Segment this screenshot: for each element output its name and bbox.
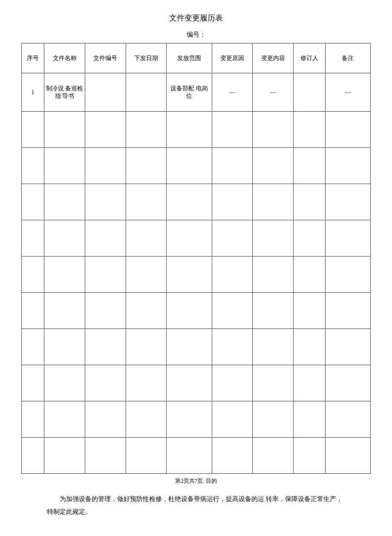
cell-seq [22,329,44,365]
cell-remark [325,401,370,438]
cell-seq [22,184,44,220]
cell-date [126,293,167,329]
cell-content [253,401,294,438]
cell-seq [22,220,44,256]
cell-date [126,438,167,474]
table-row [22,401,371,438]
cell-fileno [85,73,126,112]
cell-date [126,256,167,293]
header-fileno: 文件编号 [85,43,126,73]
cell-content [253,329,294,365]
cell-reviser [294,365,325,401]
header-reason: 变更原因 [212,43,253,73]
cell-fileno [85,256,126,293]
cell-date [126,73,167,112]
purpose-paragraph: 为加强设备的管理，做好预防性检修，杜绝设备带病运行，提高设备的运 转率，保障设备… [21,493,371,518]
cell-reviser [294,148,325,184]
cell-scope: 设备部配 电岗位 [167,73,212,112]
cell-reviser [294,184,325,220]
header-scope: 发放范围 [167,43,212,73]
cell-name [44,401,85,438]
cell-fileno [85,438,126,474]
table-row [22,365,371,401]
cell-fileno [85,220,126,256]
cell-reason: — [212,73,253,112]
cell-fileno [85,112,126,148]
cell-seq [22,112,44,148]
header-name: 文件名称 [44,43,85,73]
cell-remark: — [325,73,370,112]
table-row: 1 制冷设 备巡检指 导书 设备部配 电岗位 — — — [22,73,371,112]
cell-scope [167,365,212,401]
cell-remark [325,112,370,148]
cell-scope [167,401,212,438]
cell-remark [325,365,370,401]
cell-remark [325,293,370,329]
cell-reason [212,256,253,293]
cell-name [44,293,85,329]
page-indicator: 第2页共7页. 目的 [21,477,371,485]
cell-date [126,220,167,256]
cell-reviser [294,329,325,365]
cell-remark [325,220,370,256]
table-row [22,293,371,329]
cell-seq [22,401,44,438]
cell-seq [22,438,44,474]
cell-reason [212,401,253,438]
cell-remark [325,329,370,365]
cell-reviser [294,112,325,148]
cell-reviser [294,220,325,256]
page-title: 文件变更履历表 [21,13,371,23]
cell-scope [167,256,212,293]
cell-content [253,112,294,148]
cell-date [126,401,167,438]
cell-name [44,112,85,148]
cell-name [44,256,85,293]
cell-content: — [253,73,294,112]
cell-remark [325,148,370,184]
cell-reason [212,112,253,148]
cell-content [253,220,294,256]
cell-date [126,184,167,220]
cell-scope [167,220,212,256]
cell-content [253,438,294,474]
cell-scope [167,184,212,220]
cell-fileno [85,184,126,220]
header-date: 下发日期 [126,43,167,73]
cell-seq [22,148,44,184]
cell-content [253,365,294,401]
cell-name: 制冷设 备巡检指 导书 [44,73,85,112]
cell-date [126,365,167,401]
cell-scope [167,329,212,365]
cell-date [126,329,167,365]
table-row [22,256,371,293]
table-header-row: 序号 文件名称 文件编号 下发日期 发放范围 变更原因 变更内容 修订人 备注 [22,43,371,73]
cell-name [44,329,85,365]
cell-reviser [294,256,325,293]
cell-scope [167,112,212,148]
cell-reason [212,220,253,256]
cell-reason [212,148,253,184]
table-row [22,148,371,184]
cell-remark [325,184,370,220]
cell-reason [212,365,253,401]
cell-seq [22,365,44,401]
cell-content [253,148,294,184]
cell-content [253,184,294,220]
table-row [22,329,371,365]
change-history-table: 序号 文件名称 文件编号 下发日期 发放范围 变更原因 变更内容 修订人 备注 … [21,43,371,474]
header-remark: 备注 [325,43,370,73]
cell-reason [212,329,253,365]
cell-name [44,148,85,184]
doc-number-label: 编号： [21,31,371,39]
table-row [22,438,371,474]
cell-fileno [85,329,126,365]
cell-reason [212,184,253,220]
cell-fileno [85,401,126,438]
header-seq: 序号 [22,43,44,73]
cell-remark [325,438,370,474]
cell-fileno [85,293,126,329]
cell-name [44,220,85,256]
cell-name [44,438,85,474]
cell-reason [212,293,253,329]
